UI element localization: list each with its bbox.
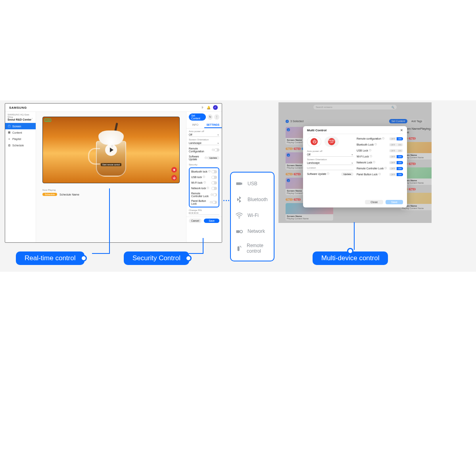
settings-panel: Set Content ↻ ⋮ INFO SETTINGS Auto power… [186,112,222,242]
remote-config-row: Remote Configurationⓘ [189,147,219,153]
label-security-control: Security Control [124,251,189,265]
modal-auto-power[interactable]: Auto power off Off⌄ [307,150,353,157]
sidebar-item-playlist[interactable]: ≡ Playlist [5,136,36,142]
orientation-field[interactable]: Screen Orientation Landscape⌄ [189,138,219,145]
sidebar-item-screen[interactable]: ▢ Screen [5,123,36,129]
now-playing-row: Schedule Schedule Name [42,193,180,196]
wifi-lock-toggle[interactable] [211,181,217,184]
security-heading: Security [189,163,219,166]
now-playing-badge: Schedule [42,193,57,196]
save-button[interactable]: Save [204,219,219,223]
sidebar: SAMSUNG HQ East Wing Seoul R&D Center ⌄ … [5,112,36,242]
multi-control-modal: Multi Control ✕ ⏻ PANELOFF Auto power of… [303,126,407,207]
screen-preview[interactable]: LIVE Start remote control ◉ ⏻ [42,117,180,183]
record-button[interactable]: ◉ [171,167,177,173]
callout-remote: Remote control [235,243,270,254]
tab-info[interactable]: INFO [186,122,204,128]
window-header: SAMSUNG ? 🔔 ✓ [5,104,222,112]
now-playing-name: Schedule Name [60,193,79,196]
location-selector[interactable]: SAMSUNG HQ East Wing Seoul R&D Center ⌄ [5,112,36,123]
live-badge: LIVE [44,119,51,122]
svg-rect-0 [236,182,241,185]
bell-icon[interactable]: 🔔 [207,106,211,109]
close-button[interactable]: Close [365,200,383,204]
modal-lock-row: Remote configuration ⓘOFFON [357,136,403,141]
modal-lock-row: Remote Controller Lock ⓘOFFON [357,166,403,171]
svg-rect-3 [236,230,240,233]
sidebar-item-schedule[interactable]: 🗓 Schedule [5,142,36,148]
device-settings-window: SAMSUNG ? 🔔 ✓ SAMSUNG HQ East Wing Seoul… [5,103,222,243]
security-box: Bluetooth lockⓘ USB lockⓘ Wi-Fi lockⓘ Ne… [189,167,219,207]
off-on-toggle[interactable]: OFFON [389,137,403,140]
more-icon[interactable]: ⋮ [214,114,219,120]
connector-line [109,188,110,253]
help-icon[interactable]: ? [200,106,204,109]
off-on-toggle[interactable]: OFFON [389,143,403,146]
auto-power-field[interactable]: Auto power off Off⌄ [189,130,219,137]
chevron-down-icon: ⌄ [217,141,219,144]
usb-icon [235,179,244,188]
callout-bluetooth: Bluetooth [235,195,270,204]
software-update-row: Software Updateⓘ Update [189,155,219,161]
close-icon[interactable]: ✕ [400,129,403,132]
play-button[interactable] [105,144,117,156]
tab-settings[interactable]: SETTINGS [204,122,222,128]
cancel-button[interactable]: Cancel [189,219,202,223]
help-icon[interactable]: ⓘ [205,156,207,160]
panel-off-button[interactable]: PANELOFF [324,136,339,147]
remote-icon [235,244,243,253]
network-lock-toggle[interactable] [211,187,217,190]
grid-icon: ▦ [8,131,11,134]
power-off-button[interactable]: ⏻ [307,136,321,147]
power-button[interactable]: ⏻ [171,175,177,180]
modal-lock-row: Wi-Fi Lock ⓘOFFON [357,154,403,159]
panel-button-lock-toggle[interactable] [212,201,217,204]
off-on-toggle[interactable]: OFFON [389,155,403,158]
refresh-icon[interactable]: ↻ [207,114,213,120]
avatar[interactable]: ✓ [213,105,218,110]
label-realtime-control: Real-time control [16,251,84,265]
screen-icon: ▢ [8,125,11,128]
off-on-toggle[interactable]: OFFON [389,173,403,176]
calendar-icon: 🗓 [8,144,11,147]
list-icon: ≡ [8,137,11,140]
off-on-toggle[interactable]: OFFON [389,167,403,170]
location-main: Seoul R&D Center [8,118,33,121]
modal-lock-row: USB Lock ⓘOFFON [357,148,403,153]
connector-line [92,253,110,254]
label-multi-device-control: Multi-device control [313,251,388,265]
save-button[interactable]: Save [386,200,403,204]
svg-rect-1 [241,183,242,185]
modal-orientation[interactable]: Screen Orientation Landscape⌄ [307,158,353,165]
sidebar-item-content[interactable]: ▦ Content [5,129,36,136]
remote-config-toggle[interactable] [214,148,219,152]
update-button[interactable]: Update [207,156,219,159]
remote-lock-toggle[interactable] [213,193,217,196]
sidebar-nav: ▢ Screen ▦ Content ≡ Playlist 🗓 Schedule [5,123,36,148]
change-pin-field[interactable]: Change PIN •••••• [189,209,219,215]
usb-lock-toggle[interactable] [211,176,217,179]
security-features-callout: USB Bluetooth Wi-Fi Network Remote contr… [230,172,274,261]
location-sub: SAMSUNG HQ East Wing [8,113,29,118]
off-on-toggle[interactable]: OFFON [389,161,403,164]
connector-line [354,222,355,250]
svg-rect-5 [238,246,240,251]
bluetooth-lock-toggle[interactable] [211,170,217,173]
callout-wifi: Wi-Fi [235,211,270,220]
modal-lock-row: Network Lock ⓘOFFON [357,160,403,165]
chevron-down-icon: ⌄ [217,133,219,136]
modal-location[interactable]: Location [307,167,353,170]
sidebar-item-label: Content [12,131,22,134]
set-content-button[interactable]: Set Content [189,113,206,121]
panel-tabs: INFO SETTINGS [186,122,222,129]
connector-line [189,253,203,254]
wifi-icon [235,211,244,220]
callout-usb: USB [235,179,270,188]
header-icons: ? 🔔 ✓ [200,105,218,110]
callout-network: Network [235,227,270,236]
sidebar-item-label: Schedule [12,144,24,147]
network-icon [235,227,244,236]
update-button[interactable]: Update [341,173,353,176]
modal-left-col: ⏻ PANELOFF Auto power off Off⌄ Screen Or… [307,136,353,198]
off-on-toggle[interactable]: OFFON [389,149,403,152]
